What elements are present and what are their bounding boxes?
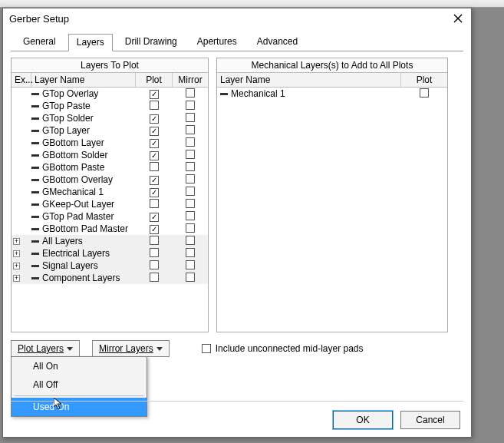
table-row[interactable]: GTop Paste [12,100,208,112]
header-mirror[interactable]: Mirror [173,73,208,87]
include-midpads-checkbox[interactable] [202,344,211,353]
expand-icon[interactable]: + [13,238,20,245]
mirror-checkbox[interactable] [186,137,195,147]
layer-name: GMechanical 1 [42,187,104,197]
mirror-checkbox[interactable] [186,187,195,196]
header-name[interactable]: Layer Name [31,73,136,87]
layer-bar-icon [31,191,39,193]
mirror-checkbox[interactable] [186,273,195,282]
menu-all-off[interactable]: All Off [12,375,147,394]
tab-general[interactable]: General [15,34,64,51]
footer: OK Cancel [333,411,460,429]
layer-bar-icon [31,179,39,181]
tab-drill-drawing[interactable]: Drill Drawing [117,34,185,51]
mirror-checkbox[interactable] [186,88,195,98]
table-row[interactable]: Mechanical 1 [217,88,447,100]
table-row[interactable]: GBottom Solder [12,149,208,161]
expand-icon[interactable]: + [13,263,20,269]
expand-icon[interactable]: + [13,250,20,257]
group-row[interactable]: +All Layers [12,235,208,247]
mirror-checkbox[interactable] [186,125,195,134]
plot-checkbox[interactable] [150,188,159,197]
plot-checkbox[interactable] [150,236,159,245]
tab-advanced[interactable]: Advanced [249,34,305,51]
table-row[interactable]: GTop Solder [12,112,208,124]
table-row[interactable]: GTop Layer [12,124,208,137]
plot-checkbox[interactable] [150,151,159,160]
mirror-checkbox[interactable] [186,223,195,233]
plot-checkbox[interactable] [150,273,159,282]
table-row[interactable]: GBottom Overlay [12,174,208,186]
layer-bar-icon [31,253,39,255]
plot-checkbox[interactable] [420,88,429,98]
plot-checkbox[interactable] [150,127,159,136]
layer-name: GTop Overlay [42,88,98,99]
table-row[interactable]: GTop Pad Master [12,210,208,223]
mechanical-rows: Mechanical 1 [217,88,447,100]
plot-checkbox[interactable] [150,176,159,185]
layers-rows: GTop OverlayGTop PasteGTop SolderGTop La… [12,88,208,332]
table-row[interactable]: GBottom Paste [12,161,208,174]
group-row[interactable]: +Electrical Layers [12,247,208,260]
group-row[interactable]: +Signal Layers [12,260,208,272]
group-name: Electrical Layers [42,248,110,259]
mirror-checkbox[interactable] [186,113,195,122]
panels: Layers To Plot Ex... Layer Name Plot Mir… [11,58,463,332]
tab-layers[interactable]: Layers [68,34,113,51]
header-plot[interactable]: Plot [136,73,173,87]
table-row[interactable]: GKeep-Out Layer [12,198,208,210]
layer-bar-icon [31,265,39,267]
expand-icon[interactable]: + [13,275,20,282]
table-row[interactable]: GMechanical 1 [12,186,208,198]
layer-bar-icon [31,216,39,218]
menu-all-on[interactable]: All On [12,357,147,375]
mech-header-plot[interactable]: Plot [401,73,447,87]
mirror-checkbox[interactable] [186,174,195,183]
mechanical-layers-title: Mechanical Layers(s) to Add to All Plots [217,58,447,73]
layer-name: GBottom Paste [42,162,104,173]
plot-layers-menu: All On All Off Used On [11,356,147,417]
mirror-layers-label: Mirror Layers [99,343,153,354]
mirror-checkbox[interactable] [186,101,195,110]
plot-layers-dropdown[interactable]: Plot Layers [11,340,80,357]
layer-bar-icon [31,130,39,132]
header-ex[interactable]: Ex... [12,73,31,87]
cancel-button[interactable]: Cancel [400,411,460,429]
plot-checkbox[interactable] [150,260,159,269]
plot-checkbox[interactable] [150,213,159,222]
plot-checkbox[interactable] [150,139,159,148]
plot-checkbox[interactable] [150,225,159,234]
layer-bar-icon [31,203,39,206]
group-row[interactable]: +Component Layers [12,272,208,284]
include-midpads-option[interactable]: Include unconnected mid-layer pads [202,343,364,354]
mirror-checkbox[interactable] [186,260,195,269]
table-row[interactable]: GTop Overlay [12,88,208,100]
close-button[interactable] [451,12,465,25]
layer-bar-icon [220,93,228,95]
plot-checkbox[interactable] [150,90,159,99]
tab-row: General Layers Drill Drawing Apertures A… [11,33,463,51]
mirror-checkbox[interactable] [186,211,195,220]
plot-checkbox[interactable] [150,114,159,124]
plot-checkbox[interactable] [150,162,159,171]
plot-checkbox[interactable] [150,199,159,208]
mirror-layers-dropdown[interactable]: Mirror Layers [92,340,170,357]
menu-separator [15,395,143,396]
plot-layers-label: Plot Layers [18,343,64,354]
mirror-checkbox[interactable] [186,150,195,159]
mirror-checkbox[interactable] [186,248,195,257]
mirror-checkbox[interactable] [186,199,195,208]
mech-header-name[interactable]: Layer Name [217,73,401,87]
table-row[interactable]: GBottom Pad Master [12,223,208,235]
plot-checkbox[interactable] [150,101,159,110]
layer-bar-icon [31,142,39,144]
group-name: Signal Layers [42,260,98,271]
mirror-checkbox[interactable] [186,162,195,171]
tab-apertures[interactable]: Apertures [189,34,245,51]
mirror-checkbox[interactable] [186,236,195,245]
plot-checkbox[interactable] [150,248,159,257]
layers-header: Ex... Layer Name Plot Mirror [12,73,208,88]
table-row[interactable]: GBottom Layer [12,137,208,149]
group-name: Component Layers [42,273,120,283]
ok-button[interactable]: OK [333,411,393,429]
